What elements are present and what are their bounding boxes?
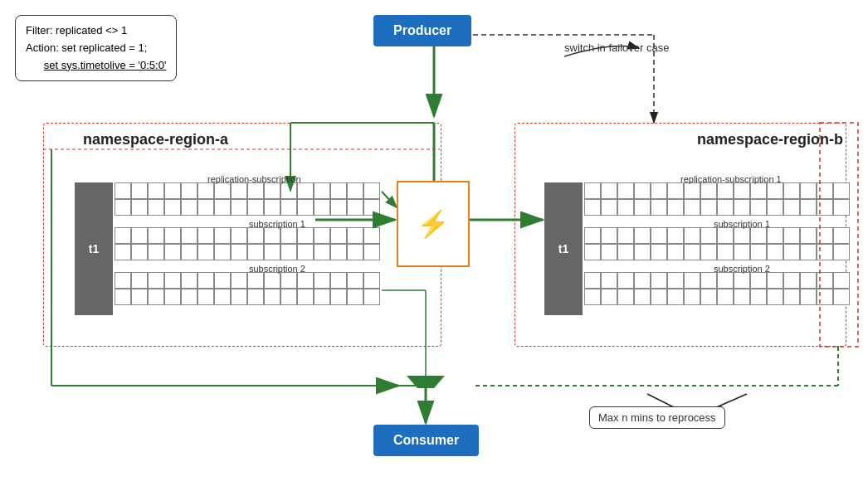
sub-label-sub1-a: subscription 1 xyxy=(249,219,305,229)
queue-row xyxy=(115,182,380,199)
topic-b-label: t1 xyxy=(558,242,568,255)
queue-rows-b-replication xyxy=(584,182,850,216)
filter-sys-label: set sys.timetolive = '0:5:0' xyxy=(44,59,167,71)
queue-row xyxy=(584,244,850,260)
region-b-label: namespace-region-b xyxy=(697,131,843,148)
producer-block: Producer xyxy=(373,15,471,46)
region-a-label: namespace-region-a xyxy=(83,131,228,148)
queue-row xyxy=(115,244,380,260)
filter-line2: Action: set replicated = 1; xyxy=(26,40,166,57)
topic-a-label: t1 xyxy=(89,242,99,255)
queue-row xyxy=(115,199,380,216)
queue-rows-b-sub2 xyxy=(584,272,850,305)
queue-rows-b-sub1 xyxy=(584,227,850,260)
queue-rows-a-sub2 xyxy=(115,272,380,305)
sub-label-sub2-a: subscription 2 xyxy=(249,264,305,274)
queue-row xyxy=(584,199,850,216)
queue-row xyxy=(584,227,850,244)
queue-row xyxy=(584,289,850,305)
maxmins-label: Max n mins to reprocess xyxy=(589,406,725,429)
lightning-icon: ⚡ xyxy=(417,208,450,240)
svg-marker-16 xyxy=(407,376,445,388)
queue-row xyxy=(115,289,380,305)
queue-row xyxy=(584,182,850,199)
router-box: ⚡ xyxy=(397,181,470,267)
queue-row xyxy=(584,272,850,289)
queue-rows-a-replication xyxy=(115,182,380,216)
sub-label-sub1-b: subscription 1 xyxy=(714,219,770,229)
diagram-container: Filter: replicated <> 1 Action: set repl… xyxy=(0,0,868,491)
queue-row xyxy=(115,272,380,289)
sub-label-replication-a: replication-subscription xyxy=(207,174,301,184)
consumer-label: Consumer xyxy=(393,433,459,447)
queue-row xyxy=(115,227,380,244)
topic-a-block: t1 xyxy=(75,182,113,315)
filter-line3: set sys.timetolive = '0:5:0' xyxy=(26,57,166,75)
producer-label: Producer xyxy=(393,23,451,37)
failover-label: switch in failover case xyxy=(564,41,669,54)
filter-box: Filter: replicated <> 1 Action: set repl… xyxy=(15,15,177,81)
sub-label-sub2-b: subscription 2 xyxy=(714,264,770,274)
consumer-block: Consumer xyxy=(373,425,479,456)
sub-label-replication-b: replication-subscription 1 xyxy=(680,174,782,184)
filter-line1: Filter: replicated <> 1 xyxy=(26,22,166,40)
topic-b-block: t1 xyxy=(544,182,583,315)
queue-rows-a-sub1 xyxy=(115,227,380,260)
